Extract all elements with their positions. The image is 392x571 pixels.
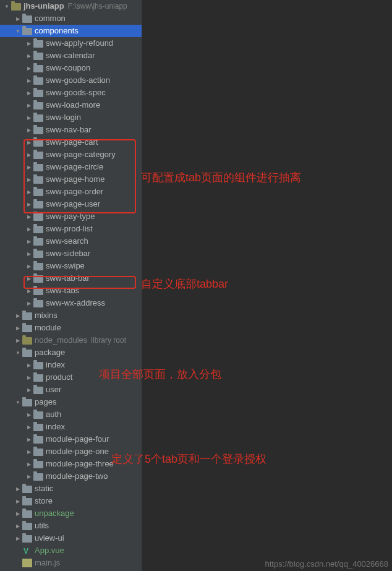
chevron-right-icon[interactable] [14,322,22,335]
tree-item-unpackage[interactable]: unpackage [0,507,142,520]
chevron-right-icon[interactable] [25,186,33,199]
chevron-right-icon[interactable] [25,247,33,260]
tree-item-mixins[interactable]: mixins [0,309,142,322]
chevron-right-icon[interactable] [25,359,33,372]
chevron-right-icon[interactable] [14,507,22,520]
tree-item-label: sww-sidebar [46,247,90,260]
tree-item-sww-page-order[interactable]: sww-page-order [0,186,142,198]
chevron-right-icon[interactable] [25,49,33,62]
tree-item-module-page-three[interactable]: module-page-three [0,458,142,470]
tree-item-product[interactable]: product [0,371,142,384]
tree-item-label: sww-coupon [46,62,90,74]
chevron-right-icon[interactable] [14,483,22,496]
tree-item-package[interactable]: package [0,346,142,359]
chevron-right-icon[interactable] [14,334,22,347]
chevron-right-icon[interactable] [25,148,33,161]
chevron-right-icon[interactable] [25,87,33,100]
tree-item-sww-coupon[interactable]: sww-coupon [0,62,142,74]
chevron-right-icon[interactable] [25,433,33,446]
chevron-right-icon[interactable] [14,520,22,533]
folder-icon [22,399,32,406]
tree-item-sww-page-cart[interactable]: sww-page-cart [0,136,142,148]
tree-item-auth[interactable]: auth [0,408,142,421]
project-path: F:\sww\jhs-uniapp [68,0,127,12]
chevron-right-icon[interactable] [25,260,33,273]
folder-icon [33,374,43,382]
chevron-right-icon[interactable] [25,210,33,223]
tree-item-components[interactable]: components [0,25,142,37]
tree-item-sww-goods-spec[interactable]: sww-goods-spec [0,87,142,99]
chevron-right-icon[interactable] [14,309,22,322]
tree-item-store[interactable]: store [0,495,142,507]
tree-item-label: utils [35,520,49,532]
tree-item-sww-prod-list[interactable]: sww-prod-list [0,223,142,235]
tree-item-sww-page-category[interactable]: sww-page-category [0,148,142,161]
chevron-right-icon[interactable] [25,99,33,112]
chevron-down-icon[interactable] [14,346,22,359]
chevron-right-icon[interactable] [25,470,33,483]
chevron-right-icon[interactable] [25,111,33,124]
tree-item-sww-load-more[interactable]: sww-load-more [0,99,142,111]
chevron-right-icon[interactable] [25,62,33,75]
chevron-right-icon[interactable] [25,297,33,310]
tree-item-sww-page-user[interactable]: sww-page-user [0,198,142,210]
folder-icon [33,387,43,394]
chevron-right-icon[interactable] [25,445,33,458]
chevron-down-icon[interactable] [2,0,11,13]
tree-item-user[interactable]: user [0,384,142,396]
chevron-right-icon[interactable] [25,173,33,186]
tree-item-sww-nav-bar[interactable]: sww-nav-bar [0,124,142,136]
tree-item-module[interactable]: module [0,322,142,334]
chevron-right-icon[interactable] [25,384,33,397]
tree-item-sww-goods-action[interactable]: sww-goods-action [0,74,142,87]
chevron-right-icon[interactable] [14,532,22,545]
tree-item-sww-tabs[interactable]: sww-tabs [0,285,142,297]
tree-item-sww-wx-address[interactable]: sww-wx-address [0,297,142,309]
chevron-right-icon[interactable] [25,223,33,236]
chevron-right-icon[interactable] [25,421,33,434]
tree-item-utils[interactable]: utils [0,520,142,532]
tree-item-app-vue[interactable]: App.vue [0,544,142,557]
chevron-down-icon[interactable] [14,25,22,38]
chevron-right-icon[interactable] [14,495,22,508]
tree-item-sww-tab-bar[interactable]: sww-tab-bar [0,272,142,285]
tree-item-static[interactable]: static [0,483,142,495]
tree-item-module-page-one[interactable]: module-page-one [0,445,142,458]
tree-item-sww-search[interactable]: sww-search [0,235,142,247]
chevron-right-icon[interactable] [25,272,33,285]
tree-item-sww-sidebar[interactable]: sww-sidebar [0,247,142,260]
chevron-right-icon[interactable] [25,408,33,421]
chevron-right-icon[interactable] [25,458,33,471]
tree-item-module-page-two[interactable]: module-page-two [0,470,142,483]
chevron-right-icon[interactable] [25,74,33,87]
tree-item-common[interactable]: common [0,12,142,25]
tree-item-index[interactable]: index [0,421,142,433]
tree-item-jhs-uniapp[interactable]: jhs-uniappF:\sww\jhs-uniapp [0,0,142,12]
tree-item-sww-login[interactable]: sww-login [0,111,142,124]
chevron-down-icon[interactable] [14,396,22,409]
tree-item-label: store [35,495,53,507]
chevron-right-icon[interactable] [25,371,33,384]
tree-item-sww-calendar[interactable]: sww-calendar [0,49,142,62]
tree-item-sww-apply-refound[interactable]: sww-apply-refound [0,37,142,49]
chevron-right-icon[interactable] [25,124,33,137]
tree-item-module-page-four[interactable]: module-page-four [0,433,142,445]
chevron-right-icon[interactable] [25,285,33,298]
tree-item-sww-page-circle[interactable]: sww-page-circle [0,161,142,173]
chevron-right-icon[interactable] [25,235,33,248]
project-tree[interactable]: jhs-uniappF:\sww\jhs-uniappcommoncompone… [0,0,142,571]
tree-item-node-modules[interactable]: node_moduleslibrary root [0,334,142,346]
tree-item-uview-ui[interactable]: uview-ui [0,532,142,544]
tree-item-sww-swipe[interactable]: sww-swipe [0,260,142,272]
tree-item-label: sww-login [46,111,81,124]
chevron-right-icon[interactable] [25,198,33,211]
chevron-right-icon[interactable] [25,161,33,174]
chevron-right-icon[interactable] [25,136,33,149]
tree-item-pages[interactable]: pages [0,396,142,408]
chevron-right-icon[interactable] [25,37,33,50]
tree-item-sww-page-home[interactable]: sww-page-home [0,173,142,186]
tree-item-sww-pay-type[interactable]: sww-pay-type [0,210,142,223]
chevron-right-icon[interactable] [14,12,22,25]
tree-item-main-js[interactable]: main.js [0,557,142,569]
tree-item-index[interactable]: index [0,359,142,371]
